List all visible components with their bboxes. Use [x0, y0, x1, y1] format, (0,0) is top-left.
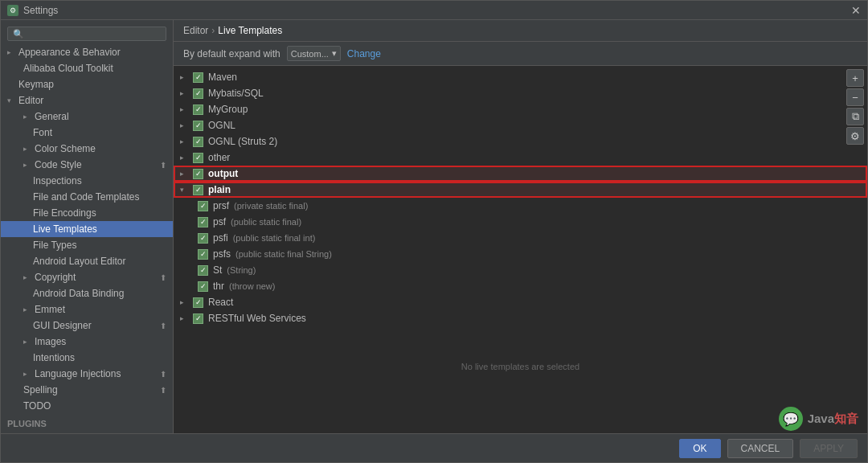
group-maven[interactable]: Maven — [174, 69, 867, 85]
template-area: Maven Mybatis/SQL MyGroup — [174, 66, 867, 433]
close-button[interactable]: ✕ — [851, 5, 861, 16]
label-keymap: Keymap — [18, 79, 54, 90]
arrow-general — [23, 113, 31, 121]
window-title: Settings — [23, 5, 58, 16]
checkbox-ognl[interactable] — [193, 121, 203, 131]
sidebar-item-codestyle[interactable]: Code Style ⬆ — [1, 157, 173, 173]
label-editor: Editor — [18, 95, 43, 106]
label-copyright: Copyright — [35, 272, 76, 283]
sidebar-item-font[interactable]: Font — [1, 125, 173, 141]
sidebar-item-spelling[interactable]: Spelling ⬆ — [1, 382, 173, 398]
sidebar-item-todo[interactable]: TODO — [1, 398, 173, 414]
label-filetemplates: File and Code Templates — [33, 191, 140, 203]
sidebar-item-intentions[interactable]: Intentions — [1, 350, 173, 366]
sidebar-item-livetemplates[interactable]: Live Templates — [1, 221, 173, 237]
checkbox-plain[interactable] — [193, 185, 203, 195]
label-langinjections: Language Injections — [35, 368, 121, 379]
sidebar-item-filetemplates[interactable]: File and Code Templates — [1, 189, 173, 205]
arrow-ognl-struts2 — [180, 137, 188, 145]
group-mybatis[interactable]: Mybatis/SQL — [174, 85, 867, 101]
title-bar: ⚙ Settings ✕ — [1, 1, 867, 20]
group-plain[interactable]: plain — [174, 182, 867, 198]
label-codestyle: Code Style — [35, 159, 82, 170]
label-inspections: Inspections — [33, 175, 82, 186]
arrow-mygroup — [180, 105, 188, 113]
checkbox-mybatis[interactable] — [193, 88, 203, 99]
label-mygroup: MyGroup — [208, 104, 248, 115]
cancel-button[interactable]: CANCEL — [727, 439, 794, 458]
remove-button[interactable]: − — [846, 88, 864, 106]
sidebar-item-images[interactable]: Images — [1, 334, 173, 350]
label-fileencodings: File Encodings — [33, 207, 96, 219]
arrow-plain — [180, 186, 188, 194]
sidebar-item-langinjections[interactable]: Language Injections ⬆ — [1, 366, 173, 382]
label-restful: RESTful Web Services — [208, 313, 306, 324]
checkbox-psf[interactable] — [198, 217, 208, 227]
group-react[interactable]: React — [174, 294, 867, 310]
sidebar-item-inspections[interactable]: Inspections — [1, 173, 173, 189]
sidebar-item-androidlayout[interactable]: Android Layout Editor — [1, 253, 173, 269]
child-psfi[interactable]: psfi (public static final int) — [174, 230, 867, 246]
sidebar-item-general[interactable]: General — [1, 109, 173, 125]
checkbox-prsf[interactable] — [198, 201, 208, 211]
template-list: Maven Mybatis/SQL MyGroup — [174, 66, 867, 433]
copy-button[interactable]: ⧉ — [846, 108, 864, 125]
checkbox-thr[interactable] — [198, 281, 208, 292]
child-psfs[interactable]: psfs (public static final String) — [174, 246, 867, 262]
title-bar-left: ⚙ Settings — [7, 5, 58, 16]
ok-button[interactable]: OK — [679, 439, 720, 458]
group-mygroup[interactable]: MyGroup — [174, 101, 867, 117]
sidebar-item-colorscheme[interactable]: Color Scheme — [1, 141, 173, 157]
arrow-react — [180, 298, 188, 306]
checkbox-psfi[interactable] — [198, 233, 208, 244]
sidebar-item-filetypes[interactable]: File Types — [1, 237, 173, 253]
psfi-desc: (public static final int) — [233, 233, 316, 243]
sidebar-item-emmet[interactable]: Emmet — [1, 301, 173, 318]
settings-button[interactable]: ⚙ — [846, 127, 864, 145]
label-guidesigner: GUI Designer — [33, 320, 92, 331]
checkbox-restful[interactable] — [193, 313, 203, 324]
label-ognl: OGNL — [208, 120, 235, 131]
plugins-header: Plugins — [1, 414, 173, 430]
sidebar-item-keymap[interactable]: Keymap — [1, 76, 173, 92]
label-livetemplates: Live Templates — [33, 223, 97, 235]
group-other[interactable]: other — [174, 150, 867, 166]
sidebar-item-copyright[interactable]: Copyright ⬆ — [1, 269, 173, 285]
add-button[interactable]: + — [846, 69, 864, 87]
checkbox-psfs[interactable] — [198, 249, 208, 260]
sidebar-item-alibaba[interactable]: Alibaba Cloud Toolkit — [1, 60, 173, 76]
checkbox-react[interactable] — [193, 297, 203, 308]
child-psf[interactable]: psf (public static final) — [174, 214, 867, 230]
label-font: Font — [33, 127, 52, 138]
sidebar-item-fileencodings[interactable]: File Encodings — [1, 205, 173, 221]
sidebar-item-appearance[interactable]: Appearance & Behavior — [1, 44, 173, 60]
expand-dropdown[interactable]: Custom... ▾ — [287, 46, 341, 61]
checkbox-mygroup[interactable] — [193, 104, 203, 115]
group-ognl[interactable]: OGNL — [174, 117, 867, 133]
arrow-output — [180, 170, 188, 178]
group-ognl-struts2[interactable]: OGNL (Struts 2) — [174, 133, 867, 150]
child-thr[interactable]: thr (throw new) — [174, 278, 867, 294]
checkbox-output[interactable] — [193, 169, 203, 179]
sidebar-item-databinding[interactable]: Android Data Binding — [1, 285, 173, 301]
sidebar-item-editor[interactable]: Editor — [1, 92, 173, 109]
checkbox-other[interactable] — [193, 153, 203, 163]
group-output[interactable]: output — [174, 166, 867, 182]
breadcrumb-editor: Editor — [183, 25, 208, 36]
label-other: other — [208, 152, 230, 163]
label-todo: TODO — [23, 400, 51, 412]
child-prsf[interactable]: prsf (private static final) — [174, 198, 867, 214]
group-restful[interactable]: RESTful Web Services — [174, 310, 867, 326]
sidebar-item-guidesigner[interactable]: GUI Designer ⬆ — [1, 318, 173, 334]
arrow-mybatis — [180, 89, 188, 97]
checkbox-maven[interactable] — [193, 72, 203, 83]
prsf-name: prsf — [213, 200, 229, 211]
change-link[interactable]: Change — [347, 48, 381, 59]
psf-name: psf — [213, 216, 226, 227]
child-st[interactable]: St (String) — [174, 262, 867, 278]
checkbox-ognl-struts2[interactable] — [193, 137, 203, 147]
label-output: output — [208, 168, 238, 179]
checkbox-st[interactable] — [198, 265, 208, 276]
search-input[interactable] — [7, 27, 166, 41]
apply-button[interactable]: APPLY — [800, 439, 858, 458]
